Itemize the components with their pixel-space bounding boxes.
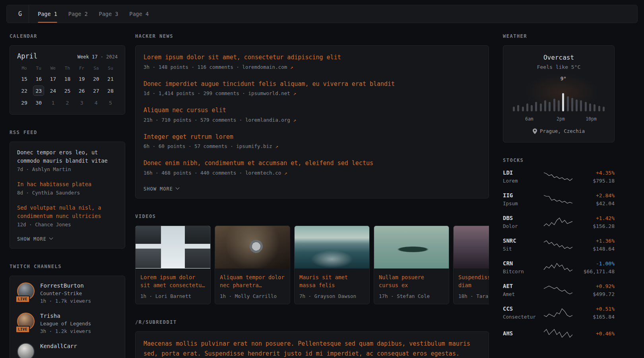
show-more-label: SHOW MORE (17, 236, 47, 242)
stock-row[interactable]: AHS+0.46% (503, 328, 615, 339)
twitch-channel[interactable]: LIVETrishaLeague of Legends3h · 1.2k vie… (17, 313, 118, 334)
calendar-day: 19 (75, 74, 89, 84)
calendar-day: 24 (46, 86, 60, 96)
rss-item-headline[interactable]: Donec tempor eros leo, ut commodo mauris… (17, 148, 118, 165)
post-domain-link[interactable]: loremtech.co (245, 170, 284, 176)
video-card[interactable]: Mauris sit amet massa felis7h · Grayson … (294, 226, 370, 305)
calendar-week-year: Week 17 · 2024 (78, 54, 118, 60)
rss-item: In hac habitasse platea8d · Cynthia Saun… (17, 180, 118, 196)
stock-row[interactable]: DBSDolor+1.42%$156.28 (503, 215, 615, 229)
video-title[interactable]: Mauris sit amet massa felis (299, 273, 365, 290)
channel-name[interactable]: ForrestBurton (40, 282, 91, 289)
post-domain-link[interactable]: ipsumify.biz (236, 143, 275, 149)
stock-row[interactable]: CCSConsectetur+0.51%$165.84 (503, 305, 615, 320)
channel-name[interactable]: KendallCarr (40, 343, 77, 349)
videos-widget-title: VIDEOS (135, 214, 489, 219)
stock-price: $66,171.48 (576, 268, 615, 274)
twitch-channel[interactable]: LIVEForrestBurtonCounter-Strike1h · 1.7k… (17, 282, 118, 304)
stock-sparkline (539, 262, 576, 272)
video-thumbnail[interactable] (295, 226, 369, 268)
post-meta-text: 1d · 1,414 points · 299 comments · (144, 90, 248, 96)
video-card[interactable]: Nullam posuere cursus ex17h · Stefan Col… (374, 226, 449, 305)
weather-hour-bar (540, 103, 542, 111)
post-headline[interactable]: Lorem ipsum dolor sit amet, consectetur … (144, 53, 481, 62)
tab-page-1[interactable]: Page 1 (32, 5, 63, 23)
post-domain-link[interactable]: ipsumworld.net (248, 90, 293, 96)
tab-page-2[interactable]: Page 2 (63, 5, 93, 23)
rss-item-meta: 12d · Chance Jones (17, 222, 118, 228)
video-card[interactable]: Suspendisse potenti diam18h · Tara (453, 226, 489, 305)
post-headline[interactable]: Maecenas mollis pulvinar erat non posuer… (144, 339, 481, 358)
stock-price: $148.64 (576, 246, 615, 252)
calendar-day: 16 (31, 74, 46, 84)
stock-row[interactable]: IIGIpsum+2.84%$42.04 (503, 192, 615, 206)
tab-page-4[interactable]: Page 4 (124, 5, 154, 23)
post-domain-link[interactable]: loremdomain.com (242, 64, 290, 70)
tab-page-3[interactable]: Page 3 (93, 5, 124, 23)
stocks-widget-title: STOCKS (503, 158, 615, 163)
app-logo[interactable]: G (12, 5, 29, 23)
video-thumbnail[interactable] (215, 226, 290, 268)
stock-price: $42.04 (576, 200, 615, 206)
weather-condition: Overcast (510, 54, 608, 61)
external-link-icon: ↗ (290, 64, 293, 70)
stock-row[interactable]: LDILorem+4.35%$795.18 (503, 169, 615, 184)
rss-item: Donec tempor eros leo, ut commodo mauris… (17, 148, 118, 172)
stock-change: -1.00% (576, 261, 615, 267)
stock-row[interactable]: CRNBitcorn-1.00%$66,171.48 (503, 260, 615, 274)
hackernews-widget: HACKER NEWS Lorem ipsum dolor sit amet, … (135, 33, 489, 198)
channel-name[interactable]: Trisha (40, 313, 91, 319)
video-meta: 1h · Lori Barnett (140, 293, 206, 299)
calendar-day: 22 (17, 86, 31, 96)
video-title[interactable]: Nullam posuere cursus ex (379, 273, 444, 290)
channel-meta: 3h · 1.2k viewers (40, 328, 91, 334)
twitch-channel[interactable]: KendallCarr (17, 343, 118, 358)
twitch-card: LIVEForrestBurtonCounter-Strike1h · 1.7k… (10, 276, 125, 358)
rss-item-headline[interactable]: Sed volutpat nulla nisl, a condimentum n… (17, 204, 118, 220)
calendar-day-header: Th (60, 66, 74, 71)
calendar-day: 25 (60, 86, 74, 96)
calendar-day: 27 (89, 86, 103, 96)
avatar (17, 343, 35, 358)
stock-price: $156.28 (576, 223, 615, 229)
stock-change: +4.35% (576, 170, 615, 176)
stock-name: Consectetur (503, 314, 539, 320)
weather-time-axis: 6am2pm10pm (510, 116, 608, 122)
weather-hour-bar (598, 106, 600, 111)
videos-widget: VIDEOS Lorem ipsum dolor sit amet consec… (135, 214, 489, 305)
post-headline[interactable]: Aliquam nec cursus elit (144, 106, 481, 115)
weather-widget-title: WEATHER (503, 33, 615, 39)
video-card[interactable]: Lorem ipsum dolor sit amet consectetu…1h… (135, 226, 211, 305)
stock-row[interactable]: AETAmet+0.92%$499.72 (503, 283, 615, 297)
subreddit-card: Maecenas mollis pulvinar erat non posuer… (135, 331, 489, 358)
weather-hour-bar (585, 102, 587, 111)
video-meta: 7h · Grayson Dawson (299, 293, 365, 299)
calendar-day: 21 (103, 74, 118, 84)
rss-widget: RSS FEED Donec tempor eros leo, ut commo… (10, 130, 125, 249)
stock-name: Lorem (503, 178, 539, 184)
post-meta-text: 16h · 468 points · 440 comments · (144, 170, 245, 176)
video-card[interactable]: Aliquam tempor dolor nec pharetra…1h · M… (215, 226, 290, 305)
video-title[interactable]: Suspendisse potenti diam (458, 273, 489, 290)
post-domain-link[interactable]: loremlandia.org (245, 117, 293, 123)
stock-row[interactable]: SNRCSit+1.36%$148.64 (503, 237, 615, 252)
post-meta: 3h · 148 points · 116 comments · loremdo… (144, 64, 481, 70)
hackernews-show-more-button[interactable]: SHOW MORE (144, 186, 179, 192)
weather-hour-bar (531, 105, 533, 111)
live-badge: LIVE (16, 326, 30, 333)
video-thumbnail[interactable] (454, 226, 489, 268)
video-title[interactable]: Aliquam tempor dolor nec pharetra… (220, 273, 285, 290)
rss-show-more-button[interactable]: SHOW MORE (17, 236, 52, 242)
post-headline[interactable]: Donec enim nibh, condimentum et accumsan… (144, 159, 481, 168)
rss-item-headline[interactable]: In hac habitasse platea (17, 180, 118, 189)
video-thumbnail[interactable] (136, 226, 210, 268)
post: Donec imperdiet augue tincidunt felis al… (144, 80, 481, 97)
video-title[interactable]: Lorem ipsum dolor sit amet consectetu… (140, 273, 206, 290)
hackernews-widget-title: HACKER NEWS (135, 33, 489, 39)
avatar: LIVE (17, 313, 35, 330)
post-headline[interactable]: Donec imperdiet augue tincidunt felis al… (144, 80, 481, 89)
avatar: LIVE (17, 282, 35, 300)
video-thumbnail[interactable] (374, 226, 449, 268)
post-headline[interactable]: Integer eget rutrum lorem (144, 132, 481, 142)
calendar-day: 20 (89, 74, 103, 84)
